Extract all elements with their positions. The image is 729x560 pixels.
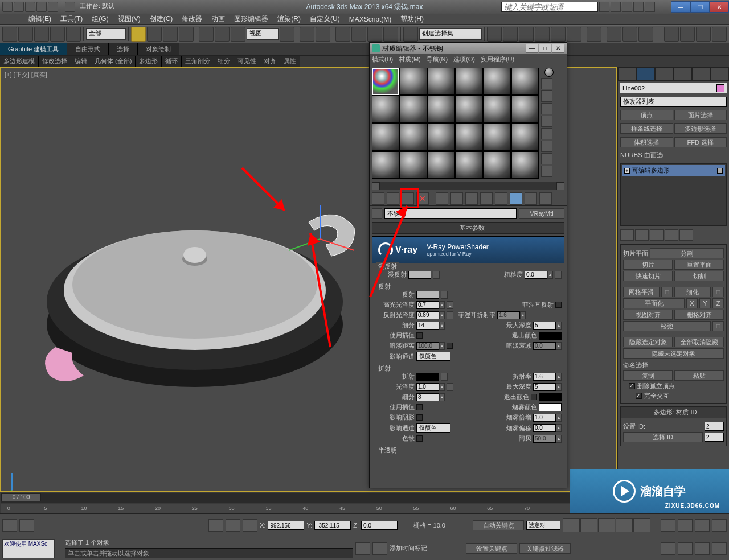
help-icon[interactable] <box>645 2 655 12</box>
backlight-icon[interactable] <box>541 78 552 89</box>
z-input[interactable] <box>361 521 398 530</box>
btn-ffd-sel[interactable]: FFD 选择 <box>674 137 727 147</box>
display-tab-icon[interactable] <box>692 67 711 81</box>
help-search-input[interactable] <box>501 2 598 12</box>
remove-mod-icon[interactable] <box>665 229 678 241</box>
ribbon-tab-graphite[interactable]: Graphite 建模工具 <box>0 43 67 55</box>
select-rect-icon[interactable] <box>163 27 178 42</box>
sample-slot[interactable] <box>428 68 455 95</box>
settings2-icon[interactable]: □ <box>712 287 724 297</box>
layers-icon[interactable] <box>519 27 534 42</box>
next-frame-icon[interactable] <box>616 518 633 532</box>
key-filter-input[interactable] <box>526 521 560 530</box>
time-slider-track[interactable]: 0 / 100 <box>1 493 616 503</box>
menu-animation[interactable]: 动画 <box>207 14 230 24</box>
btn-paste[interactable]: 粘贴 <box>674 370 724 381</box>
refr-subdiv-spinner[interactable]: 8 <box>416 393 439 401</box>
qat-new-icon[interactable] <box>2 2 13 12</box>
nav-1-icon[interactable] <box>661 542 675 555</box>
refr-exit-checkbox[interactable] <box>531 394 537 400</box>
pick-material-icon[interactable] <box>372 208 382 219</box>
teapot3-icon[interactable] <box>696 27 711 42</box>
sample-slot[interactable] <box>372 96 399 123</box>
refr-maxdepth-spinner[interactable]: 5 <box>533 383 556 391</box>
btn-hide-sel[interactable]: 隐藏选定对象 <box>623 337 673 347</box>
btn-unhide-all[interactable]: 全部取消隐藏 <box>674 337 724 347</box>
material-name-input[interactable]: 不锈钢 <box>384 208 517 219</box>
subtab-tri[interactable]: 三角剖分 <box>182 56 214 67</box>
roughness-map-button[interactable] <box>555 271 562 279</box>
sample-slot[interactable] <box>428 96 455 123</box>
make-copy-icon[interactable] <box>436 192 448 205</box>
material-editor-icon[interactable] <box>587 27 601 42</box>
sample-type-icon[interactable] <box>544 68 554 77</box>
nav-2-icon[interactable] <box>678 542 693 555</box>
btn-reset-plane[interactable]: 重置平面 <box>674 260 724 270</box>
material-editor-window[interactable]: 材质编辑器 - 不锈钢 — □ ✕ 模式(D) 材质(M) 导航(N) 选项(O… <box>369 42 567 488</box>
set-id-spinner[interactable] <box>705 422 724 431</box>
qat-save-icon[interactable] <box>25 2 35 12</box>
refl-maxdepth-spinner[interactable]: 5 <box>533 322 556 330</box>
selection-filter-dropdown[interactable]: 全部 <box>86 28 126 40</box>
subtab-visibility[interactable]: 可见性 <box>234 56 260 67</box>
sample-scroll[interactable] <box>372 182 564 190</box>
btn-x[interactable]: X <box>686 298 698 308</box>
sample-slot[interactable] <box>456 151 483 179</box>
editnamed-icon[interactable] <box>403 27 418 42</box>
sample-slot[interactable] <box>484 123 511 151</box>
minimize-button[interactable]: — <box>671 1 690 13</box>
show-end-icon[interactable] <box>510 192 522 205</box>
refl-subdiv-spinner[interactable]: 14 <box>416 322 439 330</box>
create-tab-icon[interactable] <box>618 67 637 81</box>
dim-falloff-spinner[interactable]: 0.0 <box>533 342 556 350</box>
teapot4-icon[interactable] <box>712 27 727 42</box>
schematic-icon[interactable] <box>567 27 581 42</box>
refl-exit-color-swatch[interactable] <box>539 332 562 340</box>
me-menu-options[interactable]: 选项(O) <box>453 55 475 64</box>
btn-view-align[interactable]: 视图对齐 <box>623 310 673 320</box>
object-color-swatch[interactable] <box>716 84 724 92</box>
signin-icon[interactable] <box>611 2 621 12</box>
refr-gloss-spinner[interactable]: 1.0 <box>416 383 439 391</box>
key-icon[interactable] <box>208 519 223 532</box>
sample-slot[interactable] <box>372 151 399 179</box>
refract-color-swatch[interactable] <box>416 373 439 381</box>
x-input[interactable] <box>268 521 304 530</box>
chk-delete-iso[interactable] <box>629 383 635 389</box>
sample-slot[interactable] <box>484 68 511 95</box>
graphite-icon[interactable] <box>535 27 550 42</box>
qat-undo-icon[interactable] <box>36 2 47 12</box>
sample-slot[interactable] <box>456 96 483 123</box>
ref-coord-dropdown[interactable]: 视图 <box>247 28 279 40</box>
btn-tessellate[interactable]: 细化 <box>674 287 711 297</box>
dim-dist-checkbox[interactable] <box>447 343 453 349</box>
refl-interp-checkbox[interactable] <box>416 332 423 339</box>
render-frame-icon[interactable] <box>622 27 637 42</box>
get-material-icon[interactable] <box>372 192 384 205</box>
menu-maxscript[interactable]: MAXScript(M) <box>345 15 396 23</box>
nav-dolly-icon[interactable] <box>695 519 710 532</box>
play-icon[interactable] <box>598 518 615 532</box>
sample-slot[interactable] <box>400 96 427 123</box>
render-setup-icon[interactable] <box>607 27 621 42</box>
material-type-button[interactable]: VRayMtl <box>519 208 564 219</box>
subtab-polymodel[interactable]: 多边形建模 <box>0 56 39 67</box>
nav-4-icon[interactable] <box>712 542 727 555</box>
expand-icon[interactable]: + <box>624 168 630 174</box>
ribbon-tab-selection[interactable]: 选择 <box>109 43 138 55</box>
sample-slot[interactable] <box>400 123 427 151</box>
link-icon[interactable] <box>34 27 49 42</box>
sample-slot[interactable] <box>456 123 483 151</box>
sample-slot[interactable] <box>484 96 511 123</box>
sample-slot[interactable] <box>428 123 455 151</box>
fresnel-ior-spinner[interactable]: 1.6 <box>497 311 520 319</box>
subtab-geometry[interactable]: 几何体 (全部) <box>91 56 136 67</box>
close-button[interactable]: ✕ <box>710 1 729 13</box>
sample-uv-icon[interactable] <box>541 103 552 114</box>
pivot-icon[interactable] <box>280 27 294 42</box>
go-parent-icon[interactable] <box>525 192 537 205</box>
make-unique-icon[interactable] <box>450 192 463 205</box>
exchange-icon[interactable] <box>622 2 632 12</box>
refl-gloss-map-button[interactable] <box>447 311 453 319</box>
menu-graph[interactable]: 图形编辑器 <box>230 14 273 24</box>
